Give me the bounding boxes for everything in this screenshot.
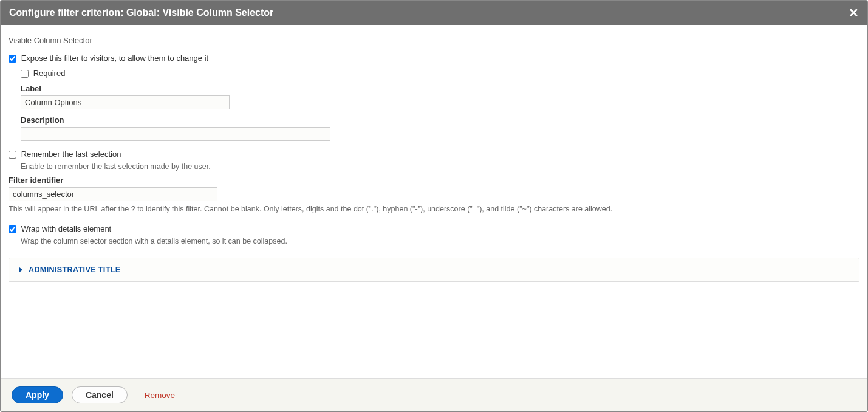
admin-title-text: Administrative title: [29, 266, 121, 274]
admin-title-summary[interactable]: Administrative title: [9, 258, 859, 281]
wrap-row: Wrap with details element: [9, 224, 859, 233]
description-field-label: Description: [21, 115, 859, 125]
wrap-help: Wrap the column selector section with a …: [21, 237, 859, 245]
dialog: Configure filter criterion: Global: Visi…: [0, 0, 868, 412]
expose-checkbox[interactable]: [9, 55, 16, 63]
required-label[interactable]: Required: [33, 69, 66, 78]
remember-help: Enable to remember the last selection ma…: [21, 162, 859, 171]
expose-row: Expose this filter to visitors, to allow…: [9, 53, 859, 63]
dialog-body: Visible Column Selector Expose this filt…: [1, 25, 867, 378]
close-icon[interactable]: ✕: [849, 7, 859, 19]
filter-id-label: Filter identifier: [9, 176, 859, 185]
admin-title-details[interactable]: Administrative title: [9, 258, 859, 282]
filter-id-help: This will appear in the URL after the ? …: [9, 205, 859, 213]
required-checkbox[interactable]: [21, 70, 29, 78]
caret-right-icon: [19, 267, 22, 273]
remember-row: Remember the last selection: [9, 149, 859, 159]
dialog-title: Configure filter criterion: Global: Visi…: [9, 7, 849, 18]
required-row: Required: [21, 69, 859, 78]
description-input[interactable]: [21, 127, 330, 141]
filter-id-input[interactable]: [9, 187, 217, 201]
titlebar: Configure filter criterion: Global: Visi…: [1, 1, 867, 25]
wrap-label[interactable]: Wrap with details element: [21, 224, 112, 233]
remove-link[interactable]: Remove: [145, 391, 175, 400]
wrap-checkbox[interactable]: [9, 225, 16, 233]
remember-checkbox[interactable]: [9, 151, 16, 159]
expose-label[interactable]: Expose this filter to visitors, to allow…: [21, 53, 209, 63]
remember-label[interactable]: Remember the last selection: [21, 149, 121, 159]
label-input[interactable]: [21, 95, 230, 109]
dialog-footer: Apply Cancel Remove: [1, 378, 867, 411]
section-title: Visible Column Selector: [9, 36, 859, 45]
label-field-label: Label: [21, 84, 859, 93]
apply-button[interactable]: Apply: [12, 386, 63, 403]
cancel-button[interactable]: Cancel: [72, 386, 128, 403]
